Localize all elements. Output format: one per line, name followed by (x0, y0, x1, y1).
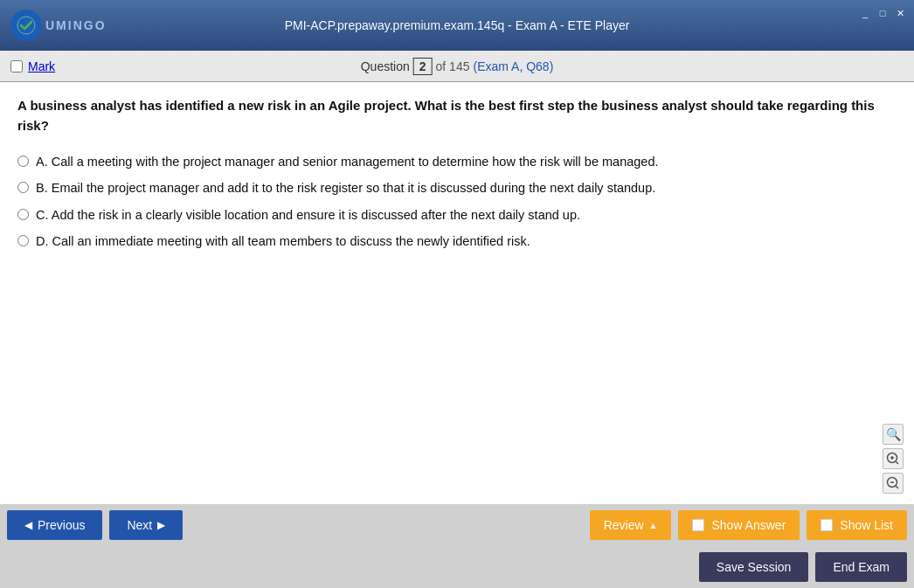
option-text-c: C. Add the risk in a clearly visible loc… (36, 206, 580, 224)
zoom-in-icon[interactable] (883, 448, 904, 469)
review-button[interactable]: Review ▲ (590, 510, 672, 540)
bottom-bar: ◀ Previous Next ▶ Review ▲ Show Answer S… (0, 504, 914, 588)
question-text: A business analyst has identified a new … (17, 96, 897, 135)
option-radio-b[interactable] (17, 182, 29, 193)
show-answer-button[interactable]: Show Answer (678, 510, 800, 540)
end-exam-button[interactable]: End Exam (815, 552, 907, 582)
option-text-a: A. Call a meeting with the project manag… (36, 153, 659, 170)
option-text-d: D. Call an immediate meeting with all te… (36, 232, 530, 250)
search-icon[interactable]: 🔍 (883, 424, 904, 445)
close-button[interactable]: ✕ (893, 7, 907, 19)
mark-label[interactable]: Mark (28, 59, 55, 73)
window-controls: _ □ ✕ (858, 7, 907, 19)
mark-checkbox-input[interactable] (10, 60, 23, 73)
option-radio-a[interactable] (17, 156, 29, 167)
show-answer-checkbox-icon (692, 519, 704, 531)
next-arrow-icon: ▶ (157, 519, 165, 531)
option-row-d: D. Call an immediate meeting with all te… (17, 232, 897, 250)
previous-button[interactable]: ◀ Previous (7, 510, 102, 540)
question-of: of 145 (436, 59, 470, 73)
title-bar: UMINGO PMI-ACP.prepaway.premium.exam.145… (0, 0, 914, 51)
bottom-row2: Save Session End Exam (0, 546, 914, 588)
bottom-row1: ◀ Previous Next ▶ Review ▲ Show Answer S… (0, 504, 914, 546)
logo-area: UMINGO (10, 10, 107, 41)
next-button[interactable]: Next ▶ (109, 510, 183, 540)
zoom-controls: 🔍 (883, 424, 904, 494)
zoom-out-icon[interactable] (883, 473, 904, 494)
show-list-button[interactable]: Show List (807, 510, 907, 540)
svg-line-7 (896, 486, 898, 488)
content-area: A business analyst has identified a new … (0, 82, 914, 504)
toolbar: Mark Question 2 of 145 (Exam A, Q68) (0, 51, 914, 82)
option-radio-d[interactable] (17, 235, 29, 246)
minimize-button[interactable]: _ (858, 7, 872, 19)
maximize-button[interactable]: □ (876, 7, 890, 19)
option-text-b: B. Email the project manager and add it … (36, 179, 655, 197)
logo-icon (10, 10, 42, 41)
window-title: PMI-ACP.prepaway.premium.exam.145q - Exa… (285, 18, 630, 32)
question-label: Question (361, 59, 410, 73)
review-dropdown-icon: ▲ (649, 521, 658, 530)
option-radio-c[interactable] (17, 209, 29, 220)
option-row-a: A. Call a meeting with the project manag… (17, 153, 897, 170)
options-area: A. Call a meeting with the project manag… (17, 153, 897, 250)
previous-arrow-icon: ◀ (24, 519, 32, 531)
show-list-checkbox-icon (821, 519, 833, 531)
question-number-box: 2 (413, 58, 433, 75)
mark-checkbox-area: Mark (10, 59, 55, 73)
logo-text: UMINGO (45, 18, 107, 32)
question-info: Question 2 of 145 (Exam A, Q68) (361, 58, 554, 75)
svg-line-4 (896, 461, 898, 464)
option-row-c: C. Add the risk in a clearly visible loc… (17, 206, 897, 224)
question-exam-info: (Exam A, Q68) (473, 59, 553, 73)
option-row-b: B. Email the project manager and add it … (17, 179, 897, 197)
save-session-button[interactable]: Save Session (699, 552, 809, 582)
